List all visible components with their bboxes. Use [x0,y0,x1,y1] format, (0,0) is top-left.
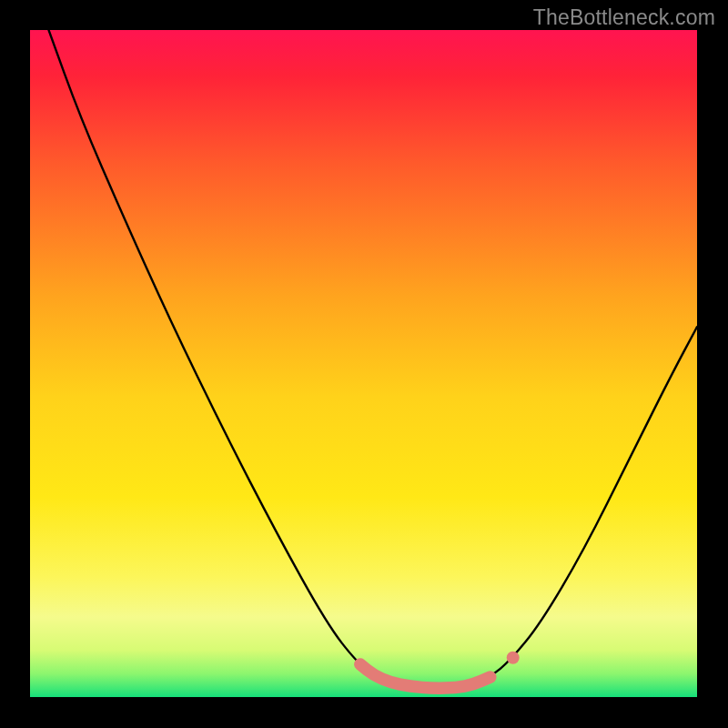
watermark-text: TheBottleneck.com [533,5,715,30]
chart-frame: TheBottleneck.com [0,0,728,728]
gradient-background [30,30,697,697]
marker-dot [507,652,520,664]
chart-plot [30,30,697,697]
